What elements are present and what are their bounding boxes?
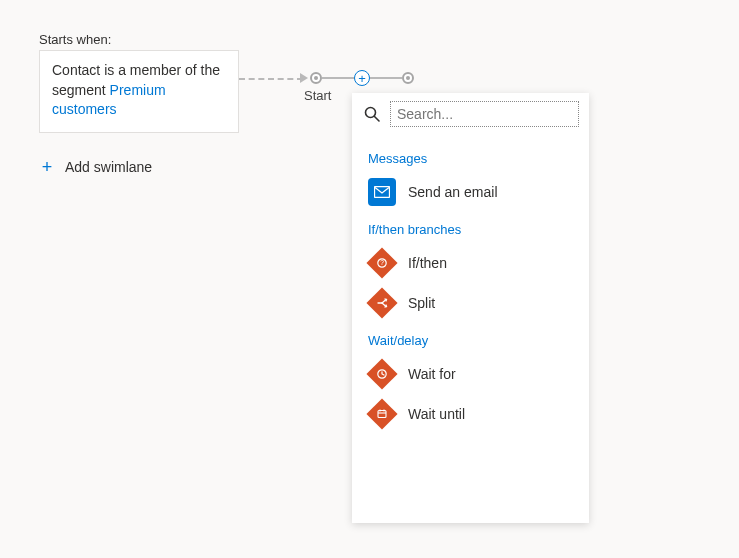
action-label: Wait until xyxy=(408,406,465,422)
start-node-label: Start xyxy=(304,88,331,103)
svg-rect-6 xyxy=(378,411,386,418)
trigger-card[interactable]: Contact is a member of the segment Premi… xyxy=(39,50,239,133)
action-wait-until[interactable]: Wait until xyxy=(352,394,589,434)
action-label: Send an email xyxy=(408,184,498,200)
calendar-icon xyxy=(368,400,396,428)
svg-line-1 xyxy=(375,117,380,122)
split-icon xyxy=(368,289,396,317)
add-step-node[interactable]: + xyxy=(354,70,370,86)
start-node[interactable] xyxy=(310,72,322,84)
action-list: Messages Send an email If/then branches … xyxy=(352,135,589,523)
flow-connector xyxy=(370,77,402,79)
flow-connector-dashed xyxy=(239,78,303,80)
action-label: Split xyxy=(408,295,435,311)
add-swimlane-label: Add swimlane xyxy=(65,159,152,175)
action-label: Wait for xyxy=(408,366,456,382)
clock-icon xyxy=(368,360,396,388)
plus-icon: + xyxy=(39,158,55,176)
question-icon: ? xyxy=(368,249,396,277)
search-row xyxy=(352,93,589,135)
group-header-branches: If/then branches xyxy=(352,212,589,243)
email-icon xyxy=(368,178,396,206)
group-header-wait: Wait/delay xyxy=(352,323,589,354)
flow-arrowhead-icon xyxy=(300,73,308,83)
search-icon xyxy=(362,104,382,124)
svg-text:?: ? xyxy=(380,259,384,266)
action-picker-panel: Messages Send an email If/then branches … xyxy=(352,93,589,523)
starts-when-label: Starts when: xyxy=(39,32,111,47)
action-send-email[interactable]: Send an email xyxy=(352,172,589,212)
action-if-then[interactable]: ? If/then xyxy=(352,243,589,283)
flow-connector xyxy=(322,77,354,79)
action-wait-for[interactable]: Wait for xyxy=(352,354,589,394)
action-label: If/then xyxy=(408,255,447,271)
add-swimlane-button[interactable]: + Add swimlane xyxy=(39,158,152,176)
plus-icon: + xyxy=(358,72,366,85)
search-input[interactable] xyxy=(390,101,579,127)
group-header-messages: Messages xyxy=(352,141,589,172)
action-split[interactable]: Split xyxy=(352,283,589,323)
end-node[interactable] xyxy=(402,72,414,84)
